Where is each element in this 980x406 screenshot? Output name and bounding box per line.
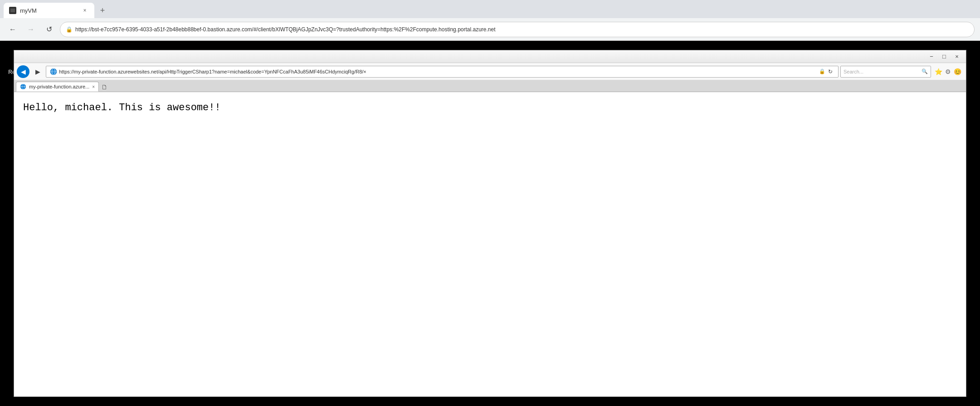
ie-favorites-icon[interactable]: ⭐	[935, 68, 942, 75]
ie-new-tab-icon: 🗋	[101, 83, 107, 91]
ie-tab-close-button[interactable]: ×	[92, 84, 95, 89]
outer-back-button[interactable]: ←	[5, 22, 20, 37]
ie-refresh-button[interactable]: ↻	[826, 68, 834, 76]
outer-forward-button[interactable]: →	[24, 22, 38, 37]
ie-address-icons: 🔒 ↻	[819, 68, 834, 76]
lock-icon: 🔒	[66, 26, 73, 33]
ie-page-content: Hello, michael. This is awesome!!	[23, 101, 957, 115]
outer-address-bar[interactable]: 🔒 https://bst-e7cc957e-6395-4033-a51f-2b…	[60, 22, 975, 37]
outer-reload-button[interactable]: ↺	[42, 22, 56, 37]
ie-maximize-button[interactable]: □	[938, 52, 951, 62]
ie-title-bar: − □ ×	[14, 50, 966, 63]
outer-tab-close-button[interactable]: ×	[81, 6, 89, 15]
outer-tab-myvm[interactable]: myVM ×	[4, 3, 94, 18]
ie-toolbar-icons: ⭐ ⚙ 😊	[933, 68, 963, 75]
ie-forward-button[interactable]: ▶	[31, 65, 44, 78]
ie-nav-bar: ◀ ▶ https://my-private-function.azureweb…	[14, 63, 966, 80]
ie-tab-label: my-private-function.azure...	[29, 84, 89, 89]
ie-tab-active[interactable]: my-private-function.azure... ×	[16, 82, 99, 92]
ie-close-button[interactable]: ×	[951, 52, 963, 62]
ie-globe-icon	[50, 68, 57, 75]
ie-back-button[interactable]: ◀	[17, 65, 29, 78]
outer-tab-title: myVM	[20, 7, 37, 14]
desktop: ♻ Recycle Bin − □ × ◀ ▶	[0, 41, 980, 406]
outer-address-url: https://bst-e7cc957e-6395-4033-a51f-2b48…	[75, 26, 969, 33]
ie-tab-bar: my-private-function.azure... × 🗋	[14, 80, 966, 92]
tab-favicon	[9, 7, 16, 14]
ie-smiley-icon[interactable]: 😊	[954, 68, 961, 75]
new-tab-button[interactable]: +	[96, 4, 109, 17]
outer-tab-bar: myVM × +	[0, 0, 980, 18]
ie-search-bar[interactable]: Search... 🔍	[840, 66, 931, 78]
ie-content-area: Hello, michael. This is awesome!!	[14, 92, 966, 396]
ie-address-bar[interactable]: https://my-private-function.azurewebsite…	[46, 66, 839, 78]
ie-browser-window: − □ × ◀ ▶	[14, 50, 966, 397]
ie-lock-icon: 🔒	[819, 68, 825, 74]
outer-browser-bar: myVM × + ← → ↺ 🔒 https://bst-e7cc957e-63…	[0, 0, 980, 41]
ie-address-url: https://my-private-function.azurewebsite…	[59, 69, 817, 74]
ie-tools-icon[interactable]: ⚙	[945, 68, 951, 75]
ie-tab-favicon	[20, 83, 26, 90]
ie-search-icon[interactable]: 🔍	[921, 68, 928, 74]
outer-nav-bar: ← → ↺ 🔒 https://bst-e7cc957e-6395-4033-a…	[0, 18, 980, 41]
ie-search-placeholder: Search...	[843, 69, 863, 74]
ie-minimize-button[interactable]: −	[925, 52, 938, 62]
ie-new-tab-button[interactable]: 🗋	[100, 83, 109, 92]
